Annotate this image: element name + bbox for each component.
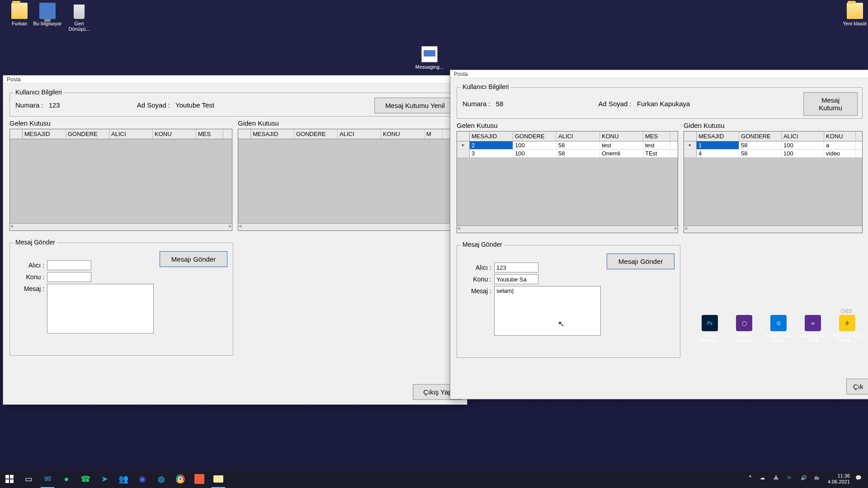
send-message-button[interactable]: Mesajı Gönder bbox=[160, 251, 227, 267]
taskbar-spotify[interactable]: ● bbox=[57, 470, 76, 488]
mesaj-input[interactable] bbox=[494, 286, 601, 336]
icon-label: Messaging... bbox=[414, 64, 445, 70]
col-alici: ALICI bbox=[338, 129, 381, 139]
name-value: Youtube Test bbox=[175, 101, 214, 109]
pinned-photoshop[interactable]: PsAdobe Photosh... bbox=[695, 315, 724, 343]
mesaj-input[interactable] bbox=[47, 284, 154, 333]
taskbar-chrome[interactable] bbox=[171, 470, 190, 488]
inbox-grid[interactable]: MESAJID GONDERE ALICI KONU MES <> bbox=[9, 129, 232, 231]
inbox-title: Gelen Kutusu bbox=[457, 121, 678, 131]
taskbar-teams[interactable]: 👥 bbox=[114, 470, 133, 488]
table-row[interactable]: ▸ 1 58 100 a bbox=[684, 141, 862, 150]
inbox-grid[interactable]: MESAJID GONDERE ALICI KONU MES ▸ 2 100 5… bbox=[457, 131, 678, 233]
cell-subj: Onemli bbox=[600, 150, 643, 157]
table-row[interactable]: 4 58 100 video bbox=[684, 150, 862, 158]
alici-input[interactable] bbox=[494, 263, 538, 272]
table-row[interactable]: 3 100 58 Onemli TEst bbox=[457, 150, 678, 158]
window-posta-2[interactable]: Posta Kullanıcı Bilgileri Numara :58 Ad … bbox=[450, 70, 868, 399]
clock-date: 4.06.2021 bbox=[828, 479, 850, 485]
pinned-label: Adobe Photosh... bbox=[695, 333, 724, 343]
taskbar-explorer[interactable] bbox=[209, 470, 228, 488]
pinned-sqlserver[interactable]: 🛢Microsoft SQL Server ... bbox=[833, 315, 862, 343]
outbox-grid[interactable]: MESAJID GONDERE ALICI KONU M <> bbox=[238, 129, 461, 231]
refresh-inbox-button[interactable]: Mesaj Kutumu Yenil bbox=[374, 98, 456, 113]
tray-sync-icon[interactable]: ⟳ bbox=[787, 475, 795, 483]
pinned-vs2019[interactable]: ∞Visual Studio 2019 bbox=[798, 315, 827, 343]
table-row[interactable]: ▸ 2 100 58 test test bbox=[457, 141, 678, 150]
start-button[interactable] bbox=[0, 470, 19, 488]
number-label: Numara : bbox=[462, 100, 491, 108]
desktop-icon-new-folder[interactable]: Yeni klasör bbox=[839, 3, 868, 26]
col-mesajid: MESAJID bbox=[251, 129, 294, 139]
konu-input[interactable] bbox=[494, 274, 538, 284]
cell-from: 100 bbox=[513, 141, 557, 149]
cell-mesajid: 3 bbox=[470, 150, 513, 157]
number-value: 123 bbox=[49, 101, 60, 109]
konu-label: Konu : bbox=[462, 274, 491, 283]
taskbar-mail[interactable]: ✉ bbox=[38, 470, 57, 488]
outbox-title: Giden Kutusu bbox=[684, 121, 863, 131]
col-mesaj: MES bbox=[643, 131, 670, 141]
window-titlebar[interactable]: Posta bbox=[450, 70, 868, 78]
window-titlebar[interactable]: Posta bbox=[3, 75, 467, 84]
cell-to: 100 bbox=[782, 141, 824, 149]
pinned-github[interactable]: ◯GitHub Desktop bbox=[730, 315, 759, 343]
icon-label: Furkan bbox=[4, 21, 35, 26]
konu-label: Konu : bbox=[15, 272, 44, 281]
col-gonderen: GONDERE bbox=[66, 129, 109, 139]
send-message-button[interactable]: Mesajı Gönder bbox=[607, 253, 675, 269]
taskbar-telegram[interactable]: ➤ bbox=[95, 470, 114, 488]
svg-rect-0 bbox=[5, 475, 9, 479]
cell-mesajid: 1 bbox=[697, 141, 739, 149]
taskbar-edge[interactable]: ◍ bbox=[152, 470, 171, 488]
desktop-icon-furkan[interactable]: Furkan bbox=[4, 3, 35, 26]
taskbar-clock[interactable]: 11:36 4.06.2021 bbox=[828, 473, 850, 485]
pinned-label: GitHub Desktop bbox=[730, 333, 759, 343]
inbox-title: Gelen Kutusu bbox=[9, 118, 232, 129]
logout-button[interactable]: Çık bbox=[846, 379, 868, 394]
tray-language-icon[interactable]: 🖮 bbox=[814, 475, 822, 483]
name-label: Ad Soyad : bbox=[137, 101, 170, 109]
desktop-icon-messaging[interactable]: Messaging... bbox=[414, 46, 445, 70]
taskbar-discord[interactable]: ◉ bbox=[133, 470, 152, 488]
icon-label: Geri Dönüşü... bbox=[63, 21, 95, 32]
refresh-inbox-button[interactable]: Mesaj Kutumu bbox=[803, 92, 858, 116]
col-alici: ALICI bbox=[109, 129, 153, 139]
task-view-button[interactable]: ▭ bbox=[19, 470, 38, 488]
desktop-icon-this-pc[interactable]: Bu bilgisayar bbox=[32, 3, 63, 26]
cell-from: 100 bbox=[513, 150, 557, 157]
clock-time: 11:36 bbox=[828, 473, 850, 479]
tray-chevron-up-icon[interactable]: ˄ bbox=[745, 470, 755, 488]
svg-rect-2 bbox=[5, 479, 9, 483]
icon-label: Yeni klasör bbox=[839, 21, 868, 26]
col-gonderen: GONDERE bbox=[294, 129, 338, 139]
grid-scroll[interactable]: < bbox=[684, 225, 862, 233]
taskbar-app-orange[interactable] bbox=[190, 470, 209, 488]
window-title: Posta bbox=[454, 71, 468, 77]
taskbar-whatsapp[interactable]: ☎ bbox=[76, 470, 95, 488]
col-mesajid: MESAJID bbox=[697, 131, 739, 141]
tray-network-icon[interactable]: 🖧 bbox=[774, 475, 782, 483]
konu-input[interactable] bbox=[47, 272, 91, 282]
grid-scroll[interactable]: <> bbox=[10, 223, 232, 230]
send-message-header: Mesaj Gönder bbox=[461, 241, 504, 248]
tray-volume-icon[interactable]: 🔊 bbox=[801, 475, 809, 483]
tray-notifications-icon[interactable]: 💬 bbox=[855, 475, 863, 483]
alici-input[interactable] bbox=[47, 260, 91, 270]
svg-rect-1 bbox=[10, 475, 14, 479]
outbox-title: Giden Kutusu bbox=[238, 118, 461, 129]
grid-scroll[interactable]: <> bbox=[457, 225, 678, 233]
tray-onedrive-icon[interactable]: ☁ bbox=[760, 475, 768, 483]
taskbar: ▭ ✉ ● ☎ ➤ 👥 ◉ ◍ ˄ ☁ 🖧 ⟳ 🔊 🖮 11:36 4.06.2… bbox=[0, 470, 868, 488]
col-mesajid: MESAJID bbox=[23, 129, 66, 139]
outbox-grid[interactable]: MESAJID GONDERE ALICI KONU ▸ 1 58 100 a bbox=[684, 131, 863, 233]
row-indicator-icon: ▸ bbox=[684, 141, 697, 149]
name-value: Furkan Kapukaya bbox=[637, 100, 690, 108]
desktop-icon-recycle-bin[interactable]: Geri Dönüşü... bbox=[63, 3, 95, 32]
window-posta-1[interactable]: Posta Kullanıcı Bilgileri Numara :123 Ad… bbox=[3, 75, 467, 405]
send-message-header: Mesaj Gönder bbox=[14, 239, 57, 246]
row-indicator-icon: ▸ bbox=[457, 141, 470, 149]
grid-scroll[interactable]: <> bbox=[238, 223, 460, 230]
number-value: 58 bbox=[496, 100, 504, 108]
pinned-vscode[interactable]: ⌬Visual Studio Code bbox=[764, 315, 793, 343]
